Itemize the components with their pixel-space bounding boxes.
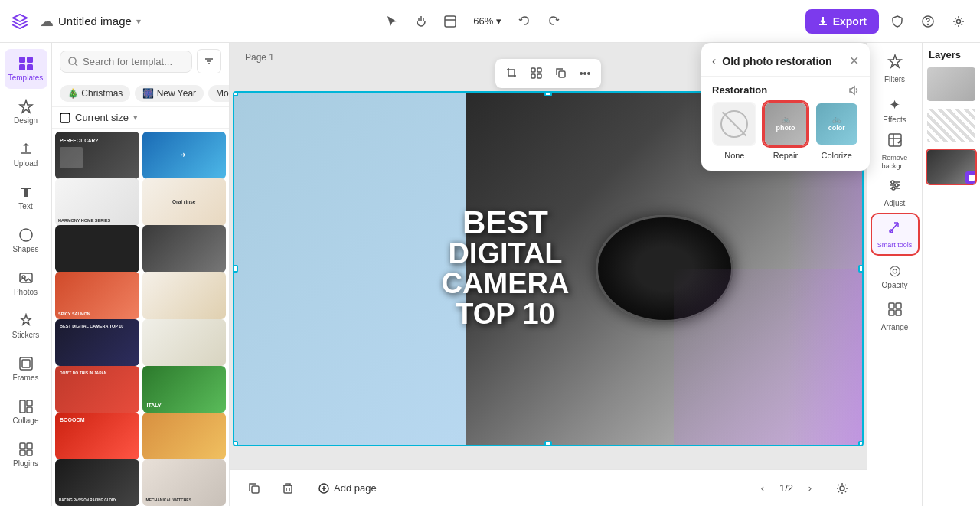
hand-tool-button[interactable] [409,9,433,34]
template-item[interactable] [142,413,227,460]
sidebar-item-upload[interactable]: Upload [5,135,47,175]
svg-rect-52 [889,310,894,315]
search-input-wrapper[interactable] [60,51,192,73]
svg-rect-31 [559,71,565,77]
sidebar-item-frames[interactable]: Frames [5,349,47,389]
template-item[interactable]: DON'T DO THIS IN JAPAN [55,366,139,413]
floating-toolbar: ••• [495,59,601,88]
topbar: ☁ Untitled image ▾ 66% ▾ Export [0,0,980,43]
svg-rect-13 [22,360,30,367]
effects-tool[interactable]: ✦ Effects [872,90,918,130]
zoom-selector[interactable]: 66% ▾ [467,12,508,30]
template-item[interactable] [142,272,227,319]
template-item[interactable]: Oral rinse [142,178,227,226]
repair-option-thumb: 🚲photo [763,102,808,146]
svg-rect-14 [20,400,25,413]
copy-tool-button[interactable] [549,62,572,85]
restoration-options: None 🚲photo Repair 🚲color Colorize [701,102,870,171]
settings-icon-btn[interactable] [946,9,971,34]
colorize-option-label: Colorize [822,151,852,160]
size-label: Current size [75,112,129,123]
category-more[interactable]: Mo... [208,85,229,102]
restoration-back-button[interactable]: ‹ [712,54,716,68]
filters-tool[interactable]: Filters [872,49,918,89]
sidebar-item-photos[interactable]: Photos [5,263,47,303]
speaker-icon [848,85,859,96]
search-area [52,43,229,80]
svg-marker-40 [889,55,901,67]
layer-preview-3 [927,150,977,184]
duplicate-page-button[interactable] [242,476,266,501]
arrange-tool[interactable]: Arrange [872,297,918,337]
sidebar-item-plugins[interactable]: Plugins [5,435,47,475]
sidebar-item-stickers[interactable]: Stickers [5,306,47,346]
restoration-option-colorize[interactable]: 🚲color Colorize [814,102,859,160]
template-item[interactable]: SPICY SALMON [55,272,139,319]
prev-page-button[interactable]: ‹ [752,478,773,499]
svg-point-21 [69,57,76,64]
adjust-tool[interactable]: Adjust [872,173,918,213]
svg-line-22 [75,64,77,66]
help-icon-btn[interactable] [916,9,940,34]
template-item[interactable]: PERFECT CAR? [55,132,139,179]
crop-tool-button[interactable] [500,62,523,85]
add-page-button[interactable]: Add page [309,478,386,498]
shield-icon-btn[interactable] [885,9,910,34]
document-title[interactable]: Untitled image [58,15,132,28]
filter-button[interactable] [197,49,221,73]
svg-point-39 [840,486,844,491]
template-item[interactable] [142,225,227,273]
sidebar-item-collage[interactable]: Collage [5,392,47,432]
restoration-section-label: Restoration [701,77,870,102]
title-chevron-icon: ▾ [136,16,141,27]
template-item[interactable]: MECHANICAL WATCHES [142,459,227,506]
frames-label: Frames [13,374,39,382]
export-button[interactable]: Export [805,9,879,34]
delete-page-button[interactable] [276,476,300,501]
svg-point-9 [20,229,32,241]
category-christmas[interactable]: 🎄 Christmas [60,85,130,102]
restoration-close-button[interactable]: ✕ [849,54,859,68]
template-item[interactable]: ✈ [142,132,227,179]
smart-tools-tool[interactable]: Smart tools [872,214,918,254]
next-page-button[interactable]: › [799,478,821,499]
sidebar-item-shapes[interactable]: Shapes [5,220,47,260]
category-newyear[interactable]: 🎆 New Year [135,85,204,102]
smart-tools-label: Smart tools [877,241,913,250]
layer-item-2[interactable] [926,107,977,144]
template-item[interactable]: HARMONY HOME SERIES [55,178,139,226]
template-item[interactable]: BOOOOM [55,413,139,460]
effects-label: Effects [883,116,906,125]
template-item[interactable]: ITALY [142,366,227,413]
select-tool-button[interactable] [380,9,404,34]
restoration-option-none[interactable]: None [712,102,757,160]
svg-rect-19 [20,450,25,455]
remove-bg-tool[interactable]: Remove backgr... [872,132,918,171]
layer-item-1[interactable] [926,66,977,103]
search-input[interactable] [83,56,184,67]
template-item[interactable]: RACING PASSION RACING GLORY [55,459,139,506]
grid-tool-button[interactable] [524,62,547,85]
redo-button[interactable] [541,9,566,34]
template-item[interactable]: BEST DIGITAL CAMERA TOP 10 [55,319,139,367]
right-combined: Filters ✦ Effects Remove backgr... Adjus… [867,43,980,506]
opacity-tool[interactable]: ◎ Opacity [872,256,918,295]
size-selector[interactable]: Current size ▾ [52,107,229,129]
expand-button[interactable] [830,476,854,501]
more-options-button[interactable]: ••• [573,62,596,85]
restoration-option-repair[interactable]: 🚲photo Repair [763,102,808,160]
undo-button[interactable] [512,9,537,34]
layers-panel: Layers [922,43,980,506]
sidebar-item-templates[interactable]: Templates [5,49,47,89]
document-title-area[interactable]: ☁ Untitled image ▾ [40,13,141,30]
add-page-label: Add page [334,482,377,494]
sidebar-item-text[interactable]: Text [5,178,47,217]
restoration-panel-title: Old photo restoration [722,55,843,67]
layer-item-3[interactable] [926,149,977,185]
arrange-label: Arrange [881,323,909,332]
plugins-label: Plugins [13,459,38,468]
template-item[interactable] [142,319,227,367]
template-item[interactable] [55,225,139,273]
sidebar-item-design[interactable]: Design [5,92,47,132]
layout-tool-button[interactable] [438,9,462,34]
